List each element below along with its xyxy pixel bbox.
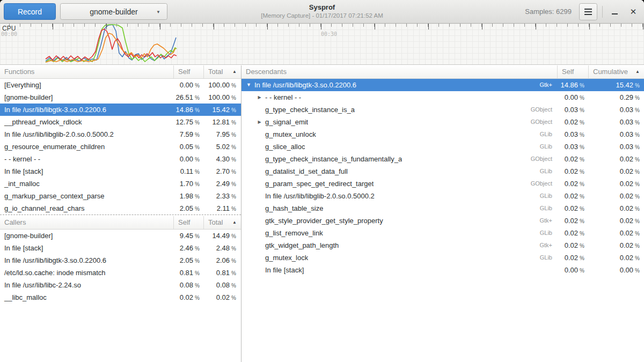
descendants-column-header[interactable]: Descendants: [241, 65, 557, 78]
function-row[interactable]: - - kernel - - 0.00% 4.30%: [0, 153, 241, 165]
percent-sign: %: [195, 258, 200, 264]
sort-ascending-icon: ▲: [232, 65, 237, 78]
percent-sign: %: [195, 194, 200, 200]
function-name: _int_malloc: [4, 180, 40, 188]
function-row[interactable]: In file [stack] 0.11% 2.70%: [0, 165, 241, 178]
percent-sign: %: [231, 258, 236, 264]
functions-total-column-header[interactable]: Total ▲: [203, 65, 241, 78]
total-percent: 0.02: [216, 293, 230, 301]
expander-icon[interactable]: ▼: [245, 79, 252, 91]
callers-column-header[interactable]: Callers: [0, 216, 173, 229]
self-percent: 0.02: [565, 118, 578, 126]
process-selector-dropdown[interactable]: gnome-builder ▼: [60, 3, 167, 20]
caller-row[interactable]: In file [stack] 2.46% 2.48%: [0, 242, 241, 254]
percent-sign: %: [580, 181, 584, 187]
descendant-row[interactable]: g_list_remove_link GLib 0.02% 0.02%: [241, 227, 644, 239]
percent-sign: %: [231, 95, 236, 101]
function-row[interactable]: g_io_channel_read_chars 2.05% 2.11%: [0, 202, 241, 215]
record-button[interactable]: Record: [4, 3, 56, 20]
descendant-row[interactable]: g_type_check_instance_is_a GObject 0.03%…: [241, 104, 644, 116]
function-row[interactable]: __pthread_rwlock_rdlock 12.75% 12.81%: [0, 116, 241, 128]
percent-sign: %: [231, 295, 236, 301]
functions-column-header[interactable]: Functions: [0, 65, 173, 78]
function-row[interactable]: In file /usr/lib/libglib-2.0.so.0.5000.2…: [0, 128, 241, 141]
descendant-row[interactable]: ▶ g_signal_emit GObject 0.02% 0.03%: [241, 116, 644, 128]
percent-sign: %: [635, 107, 640, 113]
cumulative-percent: 0.29: [620, 93, 633, 101]
library-badge: GObject: [531, 153, 557, 165]
percent-sign: %: [195, 181, 200, 187]
descendants-cumulative-column-header[interactable]: Cumulative ▲: [588, 65, 644, 78]
total-percent: 15.42: [213, 106, 230, 114]
descendant-row[interactable]: g_param_spec_get_redirect_target GObject…: [241, 178, 644, 190]
descendant-row[interactable]: ▼ In file /usr/lib/libgtk-3.so.0.2200.6 …: [241, 79, 644, 91]
sysprof-window: Record gnome-builder ▼ Sysprof [Memory C…: [0, 0, 644, 362]
percent-sign: %: [635, 218, 640, 224]
descendant-row[interactable]: g_datalist_id_set_data_full GLib 0.02% 0…: [241, 165, 644, 178]
close-button[interactable]: ✕: [626, 5, 640, 19]
self-percent: 0.02: [565, 192, 578, 200]
expander-icon[interactable]: ▶: [256, 116, 263, 128]
caller-row[interactable]: /etc/ld.so.cache: inode mismatch 0.81% 0…: [0, 267, 241, 279]
self-percent: 0.02: [565, 204, 578, 212]
caller-name: /etc/ld.so.cache: inode mismatch: [4, 269, 106, 277]
library-badge: GLib: [540, 227, 557, 239]
library-badge: Gtk+: [539, 239, 557, 252]
percent-sign: %: [195, 95, 200, 101]
function-name: g_markup_parse_context_parse: [4, 192, 104, 200]
descendant-row[interactable]: g_type_check_instance_is_fundamentally_a…: [241, 153, 644, 165]
caller-row[interactable]: [gnome-builder] 9.45% 14.49%: [0, 230, 241, 242]
descendant-row[interactable]: g_mutex_lock GLib 0.02% 0.02%: [241, 252, 644, 264]
minimize-button[interactable]: [608, 5, 621, 19]
percent-sign: %: [195, 157, 200, 162]
callers-total-label: Total: [208, 216, 223, 229]
descendant-row[interactable]: gtk_widget_path_length Gtk+ 0.02% 0.02%: [241, 239, 644, 252]
percent-sign: %: [231, 270, 236, 276]
functions-self-column-header[interactable]: Self: [173, 65, 203, 78]
caller-row[interactable]: __libc_malloc 0.02% 0.02%: [0, 291, 241, 304]
percent-sign: %: [195, 83, 200, 88]
descendants-self-column-header[interactable]: Self: [557, 65, 588, 78]
capture-subtitle: [Memory Capture] - 01/17/2017 07:21:52 A…: [261, 12, 383, 20]
descendant-row[interactable]: ▶ - - kernel - - 0.00% 0.29%: [241, 91, 644, 104]
total-percent: 0.81: [216, 269, 230, 277]
percent-sign: %: [231, 181, 236, 187]
total-percent: 2.06: [216, 256, 230, 264]
total-percent: 4.30: [216, 155, 230, 163]
library-badge: Gtk+: [539, 215, 557, 227]
self-percent: 9.45: [180, 232, 193, 240]
descendant-row[interactable]: g_slice_alloc GLib 0.03% 0.03%: [241, 141, 644, 153]
self-percent: 0.03: [565, 130, 578, 138]
expander-icon[interactable]: ▶: [256, 91, 263, 104]
descendant-name: g_list_remove_link: [265, 227, 323, 239]
percent-sign: %: [231, 246, 236, 252]
descendant-row[interactable]: g_hash_table_size GLib 0.02% 0.02%: [241, 202, 644, 215]
descendant-row[interactable]: In file [stack] 0.00% 0.00%: [241, 264, 644, 276]
function-row[interactable]: [Everything] 0.00% 100.00%: [0, 79, 241, 91]
callers-total-column-header[interactable]: Total ▲: [203, 216, 241, 229]
percent-sign: %: [195, 270, 200, 276]
descendant-row[interactable]: In file /usr/lib/libglib-2.0.so.0.5000.2…: [241, 190, 644, 202]
function-row[interactable]: In file /usr/lib/libgtk-3.so.0.2200.6 14…: [0, 104, 241, 116]
callers-self-column-header[interactable]: Self: [173, 216, 203, 229]
cumulative-percent: 0.03: [620, 130, 633, 138]
caller-row[interactable]: In file /usr/lib/libc-2.24.so 0.08% 0.08…: [0, 279, 241, 291]
descendant-name: g_param_spec_get_redirect_target: [265, 178, 374, 190]
self-percent: 0.02: [565, 180, 578, 188]
self-percent: 0.03: [565, 106, 578, 114]
percent-sign: %: [580, 194, 584, 200]
descendant-row[interactable]: g_mutex_unlock GLib 0.03% 0.03%: [241, 128, 644, 141]
cpu-graph[interactable]: CPU 00:00 00:30: [0, 24, 644, 65]
percent-sign: %: [635, 157, 640, 162]
function-row[interactable]: [gnome-builder] 26.51% 100.00%: [0, 91, 241, 104]
function-row[interactable]: g_markup_parse_context_parse 1.98% 2.33%: [0, 190, 241, 202]
menu-button[interactable]: [579, 3, 597, 20]
chevron-down-icon: ▼: [156, 9, 160, 14]
function-name: [gnome-builder]: [4, 93, 53, 101]
function-row[interactable]: _int_malloc 1.70% 2.49%: [0, 178, 241, 190]
caller-row[interactable]: In file /usr/lib/libgtk-3.so.0.2200.6 2.…: [0, 254, 241, 267]
self-percent: 0.02: [565, 254, 578, 262]
percent-sign: %: [580, 144, 584, 150]
descendant-row[interactable]: gtk_style_provider_get_style_property Gt…: [241, 215, 644, 227]
function-row[interactable]: g_resource_enumerate_children 0.05% 5.02…: [0, 141, 241, 153]
